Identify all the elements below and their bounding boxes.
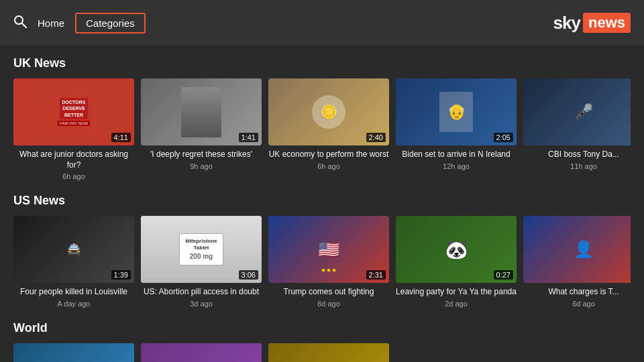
thumbnail: 🗺️: [268, 343, 389, 362]
duration-badge: 1:39: [111, 270, 131, 280]
video-title: US: Abortion pill access in doubt: [141, 287, 262, 298]
list-item[interactable]: 🎤 CBI boss Tony Da... 11h ago: [523, 78, 631, 180]
video-time: 9h ago: [141, 162, 262, 170]
video-time: 11h ago: [523, 162, 631, 170]
video-time: 6h ago: [268, 162, 389, 170]
thumbnail: 1:41: [141, 78, 262, 145]
list-item[interactable]: 1:41 'I deeply regret these strikes' 9h …: [141, 78, 262, 180]
list-item[interactable]: 🌐: [141, 343, 262, 362]
list-item[interactable]: 🌍: [13, 343, 134, 362]
list-item[interactable]: 🗺️: [268, 343, 389, 362]
duration-badge: 2:05: [494, 133, 513, 142]
duration-badge: 3:06: [239, 270, 258, 280]
video-title: Four people killed in Louisville: [13, 287, 134, 298]
thumbnail: MifepristoneTablet200 mg 3:06: [141, 216, 262, 283]
video-time: 6d ago: [523, 300, 631, 308]
duration-badge: 2:31: [366, 270, 386, 280]
thumbnail: 🎤: [523, 78, 631, 145]
video-title: What charges is T...: [523, 287, 631, 298]
thumbnail: 🌍: [13, 343, 134, 362]
list-item[interactable]: 🪙 2:40 UK economy to perform the worst 6…: [268, 78, 389, 180]
video-title: What are junior doctors asking for?: [13, 149, 134, 170]
video-title: Trump comes out fighting: [268, 287, 389, 298]
us-news-title: US News: [13, 194, 631, 208]
list-item[interactable]: 👴 2:05 Biden set to arrive in N Ireland …: [396, 78, 517, 180]
video-time: 2d ago: [396, 300, 517, 308]
list-item[interactable]: 🐼 0:27 Leaving party for Ya Ya the panda…: [396, 216, 517, 308]
list-item[interactable]: MifepristoneTablet200 mg 3:06 US: Aborti…: [141, 216, 262, 308]
svg-point-0: [15, 16, 23, 24]
thumbnail: 🪙 2:40: [268, 78, 389, 145]
list-item[interactable]: 👤 What charges is T... 6d ago: [523, 216, 631, 308]
video-time: 6h ago: [13, 172, 134, 180]
thumbnail: 🚔 1:39: [13, 216, 134, 283]
video-title: Biden set to arrive in N Ireland: [396, 149, 517, 160]
world-title: World: [13, 321, 631, 335]
video-time: 6d ago: [268, 300, 389, 308]
svg-line-1: [22, 23, 26, 27]
thumbnail: DOCTORSDESERVEBETTER FAIR PAY NOW 4:11: [13, 78, 134, 145]
list-item[interactable]: 🚔 1:39 Four people killed in Louisville …: [13, 216, 134, 308]
duration-badge: 0:27: [494, 270, 513, 280]
logo-sky-text: sky: [553, 13, 580, 34]
world-section: World 🌍 🌐 🗺️: [13, 321, 631, 362]
nav-categories[interactable]: Categories: [75, 13, 146, 34]
logo-news-text: news: [583, 13, 631, 33]
thumbnail: 🐼 0:27: [396, 216, 517, 283]
duration-badge: 2:40: [366, 133, 386, 142]
thumbnail: 🌐: [141, 343, 262, 362]
video-time: 12h ago: [396, 162, 517, 170]
thumbnail: 👴 2:05: [396, 78, 517, 145]
main-content: UK News DOCTORSDESERVEBETTER FAIR PAY NO…: [0, 46, 644, 362]
world-row: 🌍 🌐 🗺️: [13, 343, 631, 362]
nav-home[interactable]: Home: [38, 17, 64, 29]
header: Home Categories sky news: [0, 0, 644, 46]
list-item[interactable]: 🇺🇸 ★★★ 2:31 Trump comes out fighting 6d …: [268, 216, 389, 308]
duration-badge: 4:11: [111, 133, 131, 142]
video-time: A day ago: [13, 300, 134, 308]
us-news-section: US News 🚔 1:39 Four people killed in Lou…: [13, 194, 631, 308]
duration-badge: 1:41: [239, 133, 258, 142]
video-title: Leaving party for Ya Ya the panda: [396, 287, 517, 298]
video-title: 'I deeply regret these strikes': [141, 149, 262, 160]
search-icon[interactable]: [13, 15, 27, 31]
video-title: CBI boss Tony Da...: [523, 149, 631, 160]
thumbnail: 👤: [523, 216, 631, 283]
uk-news-section: UK News DOCTORSDESERVEBETTER FAIR PAY NO…: [13, 56, 631, 180]
us-news-row: 🚔 1:39 Four people killed in Louisville …: [13, 216, 631, 308]
thumbnail: 🇺🇸 ★★★ 2:31: [268, 216, 389, 283]
logo: sky news: [553, 13, 631, 34]
uk-news-row: DOCTORSDESERVEBETTER FAIR PAY NOW 4:11 W…: [13, 78, 631, 180]
uk-news-title: UK News: [13, 56, 631, 70]
video-time: 3d ago: [141, 300, 262, 308]
list-item[interactable]: DOCTORSDESERVEBETTER FAIR PAY NOW 4:11 W…: [13, 78, 134, 180]
video-title: UK economy to perform the worst: [268, 149, 389, 160]
